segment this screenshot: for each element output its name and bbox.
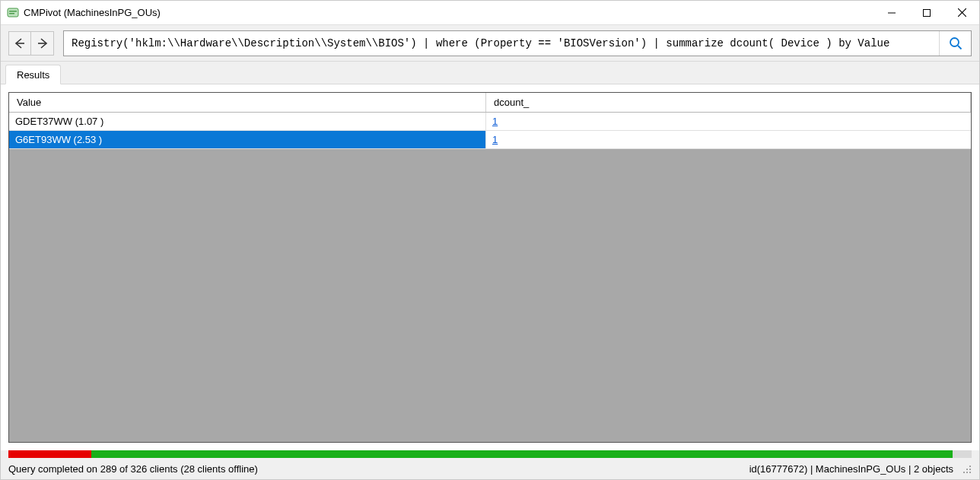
dcount-link[interactable]: 1 bbox=[492, 134, 498, 145]
grid-body: GDET37WW (1.07 )1G6ET93WW (2.53 )1 bbox=[9, 113, 971, 442]
svg-rect-4 bbox=[924, 9, 931, 16]
status-info: id(16777672) | MachinesInPG_OUs | 2 obje… bbox=[749, 463, 972, 475]
results-grid: Value dcount_ GDET37WW (1.07 )1G6ET93WW … bbox=[8, 92, 972, 443]
maximize-button[interactable] bbox=[909, 1, 944, 24]
svg-line-10 bbox=[958, 46, 962, 49]
cell-dcount: 1 bbox=[486, 131, 971, 148]
progress-remaining bbox=[953, 450, 972, 458]
query-box: Registry('hklm:\\Hardware\\Description\\… bbox=[63, 30, 972, 56]
svg-rect-1 bbox=[9, 11, 17, 12]
close-button[interactable] bbox=[944, 1, 979, 24]
svg-rect-0 bbox=[8, 8, 18, 17]
query-input[interactable]: Registry('hklm:\\Hardware\\Description\\… bbox=[64, 37, 939, 49]
tab-results[interactable]: Results bbox=[5, 65, 61, 84]
table-row[interactable]: GDET37WW (1.07 )1 bbox=[9, 113, 971, 131]
cell-dcount: 1 bbox=[486, 113, 971, 130]
toolbar: Registry('hklm:\\Hardware\\Description\\… bbox=[1, 25, 979, 62]
content-area: Value dcount_ GDET37WW (1.07 )1G6ET93WW … bbox=[1, 84, 979, 450]
svg-point-12 bbox=[969, 469, 971, 470]
svg-point-14 bbox=[969, 472, 971, 473]
cell-value: G6ET93WW (2.53 ) bbox=[9, 131, 486, 148]
cell-value: GDET37WW (1.07 ) bbox=[9, 113, 486, 130]
progress-bar bbox=[8, 450, 972, 458]
window-controls bbox=[874, 1, 979, 24]
status-message: Query completed on 289 of 326 clients (2… bbox=[8, 463, 749, 475]
resize-grip-icon[interactable] bbox=[961, 463, 972, 474]
grid-header: Value dcount_ bbox=[9, 93, 971, 113]
svg-point-11 bbox=[969, 466, 971, 467]
column-header-dcount[interactable]: dcount_ bbox=[486, 93, 971, 112]
svg-point-16 bbox=[963, 472, 965, 473]
minimize-button[interactable] bbox=[874, 1, 909, 24]
dcount-link[interactable]: 1 bbox=[492, 116, 498, 127]
svg-point-15 bbox=[966, 472, 968, 473]
window-title: CMPivot (MachinesInPG_OUs) bbox=[24, 7, 874, 18]
svg-point-13 bbox=[966, 469, 968, 470]
tab-strip: Results bbox=[1, 62, 979, 84]
run-query-button[interactable] bbox=[939, 31, 971, 56]
back-button[interactable] bbox=[8, 31, 31, 56]
forward-button[interactable] bbox=[31, 31, 54, 56]
titlebar: CMPivot (MachinesInPG_OUs) bbox=[1, 1, 979, 25]
column-header-value[interactable]: Value bbox=[9, 93, 486, 112]
progress-failed bbox=[8, 450, 91, 458]
statusbar: Query completed on 289 of 326 clients (2… bbox=[1, 458, 979, 479]
svg-rect-2 bbox=[9, 13, 14, 14]
table-row[interactable]: G6ET93WW (2.53 )1 bbox=[9, 131, 971, 149]
status-details: id(16777672) | MachinesInPG_OUs | 2 obje… bbox=[749, 463, 953, 475]
app-icon bbox=[7, 7, 19, 19]
progress-success bbox=[91, 450, 953, 458]
svg-point-9 bbox=[950, 38, 959, 46]
app-window: CMPivot (MachinesInPG_OUs) Registry('hkl… bbox=[0, 0, 980, 480]
